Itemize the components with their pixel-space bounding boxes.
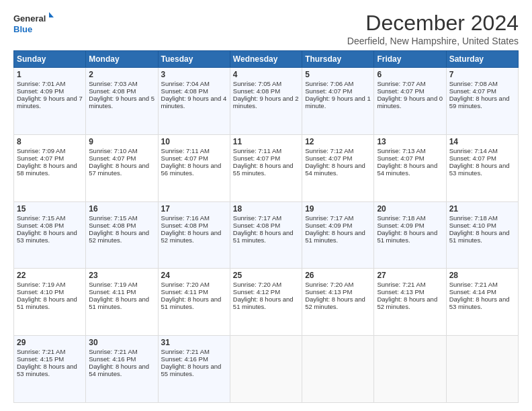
day-info: Daylight: 9 hours and 5 minutes. (89, 95, 154, 109)
day-info: Sunset: 4:07 PM (377, 154, 443, 162)
day-cell: 18Sunrise: 7:17 AMSunset: 4:08 PMDayligh… (230, 201, 302, 269)
day-info: Daylight: 8 hours and 54 minutes. (305, 162, 371, 177)
day-info: Sunrise: 7:17 AM (305, 214, 371, 222)
day-info: Sunset: 4:08 PM (17, 222, 83, 229)
day-info: Daylight: 9 hours and 1 minute. (305, 95, 371, 109)
day-number: 31 (161, 338, 227, 347)
day-number: 20 (377, 204, 443, 214)
day-cell: 28Sunrise: 7:21 AMSunset: 4:14 PMDayligh… (446, 269, 518, 336)
day-number: 4 (233, 70, 299, 79)
day-info: Daylight: 8 hours and 52 minutes. (377, 295, 443, 310)
day-info: Sunrise: 7:07 AM (377, 80, 443, 87)
day-info: Sunset: 4:15 PM (17, 355, 83, 363)
day-info: Daylight: 8 hours and 52 minutes. (89, 229, 154, 244)
day-number: 28 (449, 271, 515, 280)
day-cell: 12Sunrise: 7:12 AMSunset: 4:07 PMDayligh… (302, 134, 374, 201)
day-cell: 15Sunrise: 7:15 AMSunset: 4:08 PMDayligh… (14, 201, 86, 269)
day-info: Sunrise: 7:21 AM (161, 348, 227, 355)
svg-text:Blue: Blue (13, 24, 32, 34)
day-info: Daylight: 8 hours and 54 minutes. (377, 162, 443, 177)
day-info: Sunrise: 7:21 AM (377, 281, 443, 288)
day-cell: 7Sunrise: 7:08 AMSunset: 4:07 PMDaylight… (446, 68, 518, 135)
header-row: SundayMondayTuesdayWednesdayThursdayFrid… (14, 51, 519, 68)
day-number: 24 (161, 271, 227, 280)
day-info: Sunrise: 7:13 AM (377, 147, 443, 154)
day-info: Daylight: 8 hours and 59 minutes. (449, 95, 515, 109)
day-info: Sunrise: 7:20 AM (233, 281, 299, 288)
day-info: Sunrise: 7:10 AM (89, 147, 154, 154)
day-number: 11 (233, 137, 299, 146)
day-number: 27 (377, 271, 443, 280)
day-number: 25 (233, 271, 299, 280)
day-info: Sunset: 4:10 PM (17, 288, 83, 295)
day-info: Sunrise: 7:05 AM (233, 80, 299, 87)
day-info: Sunrise: 7:06 AM (305, 80, 371, 87)
day-info: Daylight: 9 hours and 0 minutes. (377, 95, 443, 109)
day-info: Daylight: 8 hours and 58 minutes. (17, 162, 83, 177)
day-info: Daylight: 9 hours and 7 minutes. (17, 95, 83, 109)
day-info: Sunset: 4:13 PM (305, 288, 371, 295)
col-header-friday: Friday (374, 51, 446, 68)
day-number: 29 (17, 338, 83, 347)
logo: General Blue (13, 11, 54, 35)
day-info: Sunset: 4:08 PM (233, 222, 299, 229)
logo-svg: General Blue (13, 11, 54, 35)
day-number: 2 (89, 70, 154, 79)
day-cell: 4Sunrise: 7:05 AMSunset: 4:08 PMDaylight… (230, 68, 302, 135)
day-info: Sunset: 4:07 PM (305, 87, 371, 95)
page: General Blue December 2024 Deerfield, Ne… (0, 0, 532, 411)
day-info: Daylight: 8 hours and 57 minutes. (89, 162, 154, 177)
day-cell: 5Sunrise: 7:06 AMSunset: 4:07 PMDaylight… (302, 68, 374, 135)
day-cell: 8Sunrise: 7:09 AMSunset: 4:07 PMDaylight… (14, 134, 86, 201)
day-cell: 6Sunrise: 7:07 AMSunset: 4:07 PMDaylight… (374, 68, 446, 135)
week-row-4: 22Sunrise: 7:19 AMSunset: 4:10 PMDayligh… (14, 269, 519, 336)
day-info: Sunrise: 7:20 AM (305, 281, 371, 288)
week-row-2: 8Sunrise: 7:09 AMSunset: 4:07 PMDaylight… (14, 134, 519, 201)
day-info: Sunset: 4:13 PM (377, 288, 443, 295)
location-title: Deerfield, New Hampshire, United States (347, 36, 519, 46)
col-header-thursday: Thursday (302, 51, 374, 68)
day-info: Sunset: 4:09 PM (17, 87, 83, 95)
day-cell: 2Sunrise: 7:03 AMSunset: 4:08 PMDaylight… (86, 68, 158, 135)
day-info: Sunset: 4:09 PM (377, 222, 443, 229)
svg-marker-2 (49, 12, 54, 17)
day-info: Daylight: 8 hours and 53 minutes. (449, 162, 515, 177)
day-cell: 13Sunrise: 7:13 AMSunset: 4:07 PMDayligh… (374, 134, 446, 201)
day-info: Sunrise: 7:21 AM (449, 281, 515, 288)
day-cell: 10Sunrise: 7:11 AMSunset: 4:07 PMDayligh… (158, 134, 230, 201)
day-number: 30 (89, 338, 154, 347)
day-cell (374, 336, 446, 403)
day-cell: 29Sunrise: 7:21 AMSunset: 4:15 PMDayligh… (14, 336, 86, 403)
day-info: Daylight: 8 hours and 51 minutes. (449, 229, 515, 244)
day-info: Sunrise: 7:03 AM (89, 80, 154, 87)
day-info: Daylight: 8 hours and 52 minutes. (305, 295, 371, 310)
day-info: Daylight: 8 hours and 51 minutes. (89, 295, 154, 310)
day-cell: 3Sunrise: 7:04 AMSunset: 4:08 PMDaylight… (158, 68, 230, 135)
day-info: Sunrise: 7:19 AM (89, 281, 154, 288)
day-info: Daylight: 8 hours and 51 minutes. (17, 295, 83, 310)
day-info: Sunset: 4:07 PM (377, 87, 443, 95)
day-number: 14 (449, 137, 515, 146)
day-number: 16 (89, 204, 154, 214)
day-info: Daylight: 8 hours and 51 minutes. (233, 295, 299, 310)
day-info: Sunrise: 7:14 AM (449, 147, 515, 154)
col-header-tuesday: Tuesday (158, 51, 230, 68)
day-cell: 22Sunrise: 7:19 AMSunset: 4:10 PMDayligh… (14, 269, 86, 336)
day-info: Sunset: 4:12 PM (233, 288, 299, 295)
day-info: Sunrise: 7:21 AM (89, 348, 154, 355)
day-info: Daylight: 8 hours and 51 minutes. (305, 229, 371, 244)
day-info: Sunset: 4:08 PM (161, 222, 227, 229)
day-number: 17 (161, 204, 227, 214)
day-info: Daylight: 8 hours and 53 minutes. (449, 295, 515, 310)
day-cell: 24Sunrise: 7:20 AMSunset: 4:11 PMDayligh… (158, 269, 230, 336)
day-number: 5 (305, 70, 371, 79)
day-info: Sunset: 4:08 PM (89, 222, 154, 229)
day-info: Daylight: 8 hours and 55 minutes. (161, 363, 227, 377)
week-row-5: 29Sunrise: 7:21 AMSunset: 4:15 PMDayligh… (14, 336, 519, 403)
day-number: 23 (89, 271, 154, 280)
day-info: Sunset: 4:08 PM (233, 87, 299, 95)
day-cell: 1Sunrise: 7:01 AMSunset: 4:09 PMDaylight… (14, 68, 86, 135)
day-info: Daylight: 9 hours and 4 minutes. (161, 95, 227, 109)
day-info: Sunrise: 7:21 AM (17, 348, 83, 355)
day-number: 9 (89, 137, 154, 146)
